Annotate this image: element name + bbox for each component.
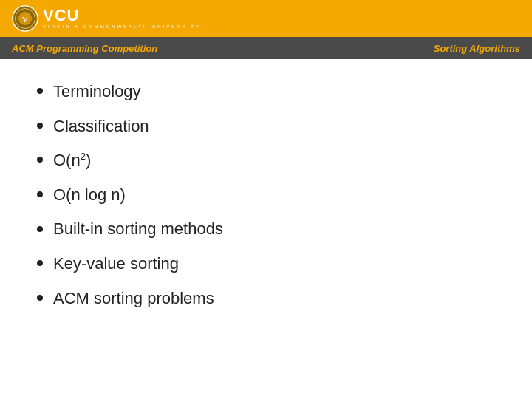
acm-title: ACM Programming Competition xyxy=(12,43,157,54)
bullet-dot xyxy=(37,191,43,197)
vcu-letters-label: VCU xyxy=(43,7,201,24)
list-item: O(n log n) xyxy=(37,185,495,206)
list-item: Terminology xyxy=(37,81,495,103)
list-item: ACM sorting problems xyxy=(37,288,495,310)
bullet-list: Terminology Classification O(n2) O(n log… xyxy=(37,81,495,309)
bullet-text-on2: O(n2) xyxy=(53,150,91,171)
vcu-text-block: VCU VIRGINIA COMMONWEALTH UNIVERSITY xyxy=(43,7,201,30)
list-item: Built-in sorting methods xyxy=(37,219,495,240)
vcu-logo: V VCU VIRGINIA COMMONWEALTH UNIVERSITY xyxy=(12,5,201,32)
header: V VCU VIRGINIA COMMONWEALTH UNIVERSITY xyxy=(0,0,532,37)
bullet-text-keyvalue: Key-value sorting xyxy=(53,253,179,275)
header-left: V VCU VIRGINIA COMMONWEALTH UNIVERSITY xyxy=(12,5,201,32)
bullet-text-terminology: Terminology xyxy=(53,81,141,103)
main-content: Terminology Classification O(n2) O(n log… xyxy=(0,59,532,399)
list-item: Key-value sorting xyxy=(37,253,495,275)
bullet-text-acmsorting: ACM sorting problems xyxy=(53,288,214,310)
bullet-text-onlogn: O(n log n) xyxy=(53,185,126,206)
bullet-text-builtin: Built-in sorting methods xyxy=(53,219,223,240)
bullet-dot xyxy=(37,295,43,301)
list-item: O(n2) xyxy=(37,150,495,171)
list-item: Classification xyxy=(37,116,495,137)
bullet-dot xyxy=(37,88,43,94)
bullet-dot xyxy=(37,260,43,266)
vcu-seal-icon: V xyxy=(12,5,38,32)
title-bar: ACM Programming Competition Sorting Algo… xyxy=(0,37,532,59)
bullet-dot xyxy=(37,226,43,232)
svg-text:V: V xyxy=(22,15,28,24)
bullet-dot xyxy=(37,123,43,129)
bullet-dot xyxy=(37,157,43,163)
vcu-subtitle-label: VIRGINIA COMMONWEALTH UNIVERSITY xyxy=(43,24,201,30)
sorting-algorithms-title: Sorting Algorithms xyxy=(434,43,520,54)
bullet-text-classification: Classification xyxy=(53,116,149,137)
